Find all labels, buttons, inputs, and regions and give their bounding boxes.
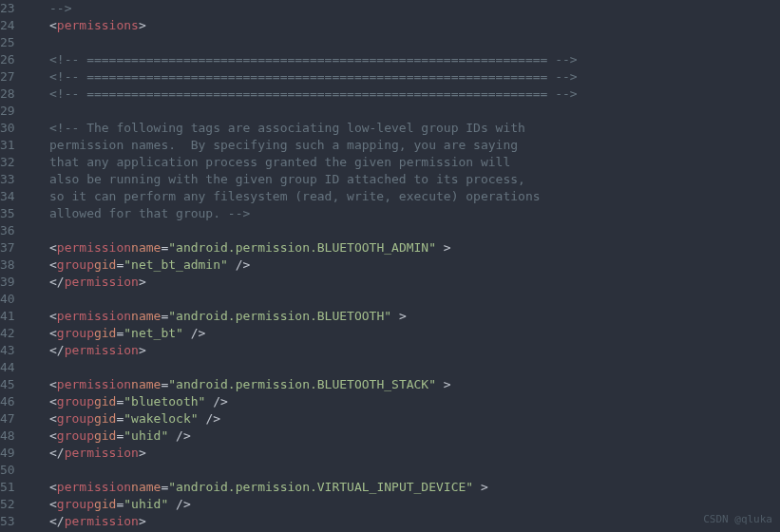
code-line[interactable]: <group gid="uhid" /> (49, 496, 578, 513)
code-line[interactable]: permission names. By specifying such a m… (49, 137, 578, 154)
line-number: 52 (0, 496, 30, 513)
code-line[interactable]: <group gid="bluetooth" /> (49, 393, 578, 410)
code-line[interactable]: that any application process granted the… (49, 154, 578, 171)
line-number: 29 (0, 103, 30, 120)
code-line[interactable]: <permission name="android.permission.BLU… (49, 376, 578, 393)
line-number: 43 (0, 342, 30, 359)
line-number: 28 (0, 86, 30, 103)
line-number: 27 (0, 68, 30, 86)
code-line[interactable] (49, 291, 578, 308)
code-line[interactable] (49, 462, 578, 479)
line-number: 45 (0, 376, 30, 393)
code-line[interactable]: <group gid="uhid" /> (49, 428, 578, 445)
code-line[interactable] (49, 34, 578, 51)
code-line[interactable]: <group gid="wakelock" /> (49, 410, 578, 428)
line-number: 35 (0, 205, 30, 222)
code-line[interactable]: <permissions> (49, 17, 578, 34)
code-line[interactable]: <!-- The following tags are associating … (49, 120, 578, 137)
line-number: 47 (0, 410, 30, 428)
line-number: 38 (0, 256, 30, 274)
code-line[interactable]: <permission name="android.permission.BLU… (49, 239, 578, 256)
line-number: 51 (0, 479, 30, 496)
line-number: 40 (0, 291, 30, 308)
line-number: 42 (0, 325, 30, 342)
code-line[interactable]: <permission name="android.permission.BLU… (49, 308, 578, 325)
code-line[interactable]: <group gid="net_bt" /> (49, 325, 578, 342)
line-number: 53 (0, 513, 30, 530)
code-line[interactable]: --> (49, 0, 578, 17)
line-number: 48 (0, 428, 30, 445)
line-number: 30 (0, 120, 30, 137)
code-area[interactable]: --> <permissions> <!-- =================… (38, 0, 578, 530)
line-number: 33 (0, 171, 30, 188)
code-line[interactable]: <permission name="android.permission.VIR… (49, 479, 578, 496)
code-line[interactable]: <!-- ===================================… (49, 86, 578, 103)
line-number-gutter: 2324252627282930313233343536373839404142… (0, 0, 38, 530)
line-number: 23 (0, 0, 30, 17)
line-number: 36 (0, 222, 30, 239)
code-line[interactable] (49, 103, 578, 120)
line-number: 46 (0, 393, 30, 410)
line-number: 49 (0, 445, 30, 462)
code-line[interactable]: <group gid="net_bt_admin" /> (49, 256, 578, 274)
line-number: 34 (0, 188, 30, 205)
line-number: 26 (0, 51, 30, 68)
line-number: 44 (0, 359, 30, 376)
code-line[interactable]: also be running with the given group ID … (49, 171, 578, 188)
code-line[interactable]: </permission> (49, 445, 578, 462)
line-number: 41 (0, 308, 30, 325)
code-line[interactable]: <!-- ===================================… (49, 51, 578, 68)
code-line[interactable] (49, 222, 578, 239)
line-number: 24 (0, 17, 30, 34)
code-line[interactable]: so it can perform any filesystem (read, … (49, 188, 578, 205)
code-line[interactable]: </permission> (49, 274, 578, 291)
code-line[interactable]: </permission> (49, 342, 578, 359)
line-number: 32 (0, 154, 30, 171)
line-number: 31 (0, 137, 30, 154)
watermark: CSDN @qluka (703, 511, 772, 528)
line-number: 37 (0, 239, 30, 256)
code-editor[interactable]: 2324252627282930313233343536373839404142… (0, 0, 780, 530)
code-line[interactable]: </permission> (49, 513, 578, 530)
code-line[interactable] (49, 359, 578, 376)
line-number: 25 (0, 34, 30, 51)
code-line[interactable]: <!-- ===================================… (49, 68, 578, 86)
line-number: 50 (0, 462, 30, 479)
line-number: 39 (0, 274, 30, 291)
code-line[interactable]: allowed for that group. --> (49, 205, 578, 222)
